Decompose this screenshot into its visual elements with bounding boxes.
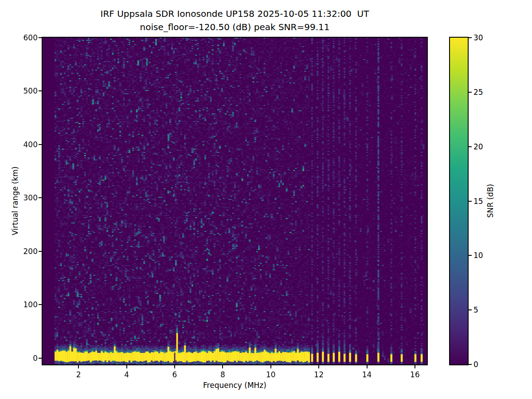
colorbar-tick-label: 25: [473, 88, 494, 97]
colorbar-tick-mark: [468, 37, 472, 38]
x-tick-label: 2: [65, 370, 92, 379]
y-tick-label: 0: [9, 354, 38, 363]
colorbar-tick-label: 0: [473, 360, 494, 369]
chart-title-line2: noise_floor=-120.50 (dB) peak SNR=99.11: [43, 21, 427, 33]
x-tick-label: 10: [258, 370, 284, 379]
colorbar-tick-label: 30: [473, 33, 494, 42]
x-tick-mark: [318, 364, 319, 368]
colorbar-tick-label: 10: [473, 251, 494, 260]
x-tick-mark: [415, 364, 415, 368]
ionogram-figure: IRF Uppsala SDR Ionosonde UP158 2025-10-…: [0, 0, 532, 399]
y-tick-label: 400: [9, 140, 38, 149]
colorbar-tick-mark: [468, 146, 472, 147]
chart-title-line1: IRF Uppsala SDR Ionosonde UP158 2025-10-…: [43, 8, 427, 20]
y-tick-label: 100: [9, 300, 38, 309]
colorbar-tick-mark: [468, 364, 472, 365]
colorbar-label: SNR (dB): [485, 170, 495, 232]
ionogram-heatmap-canvas: [43, 38, 427, 364]
y-tick-mark: [39, 358, 43, 359]
colorbar-gradient: [450, 38, 468, 364]
y-tick-mark: [39, 90, 43, 91]
colorbar-tick-label: 20: [473, 142, 494, 151]
y-tick-label: 200: [9, 247, 38, 256]
y-tick-mark: [39, 304, 43, 305]
y-tick-label: 500: [9, 86, 38, 95]
x-tick-mark: [174, 364, 175, 368]
x-axis-label: Frequency (MHz): [43, 380, 427, 390]
y-tick-mark: [39, 251, 43, 252]
colorbar-tick-mark: [468, 255, 472, 256]
colorbar-tick-mark: [468, 309, 472, 310]
x-tick-mark: [126, 364, 127, 368]
x-tick-label: 8: [209, 370, 236, 379]
x-tick-label: 4: [113, 370, 140, 379]
x-tick-mark: [222, 364, 223, 368]
x-tick-mark: [367, 364, 368, 368]
colorbar-tick-mark: [468, 201, 472, 202]
x-tick-label: 16: [402, 370, 428, 379]
y-tick-label: 300: [9, 193, 38, 202]
y-tick-mark: [39, 197, 43, 198]
colorbar-tick-label: 5: [473, 305, 494, 314]
y-tick-mark: [39, 37, 43, 38]
y-tick-mark: [39, 144, 43, 145]
x-tick-mark: [78, 364, 79, 368]
y-tick-label: 600: [9, 33, 38, 42]
x-tick-label: 6: [161, 370, 188, 379]
colorbar-tick-mark: [468, 92, 472, 93]
x-tick-label: 14: [354, 370, 380, 379]
x-tick-label: 12: [305, 370, 332, 379]
x-tick-mark: [270, 364, 271, 368]
